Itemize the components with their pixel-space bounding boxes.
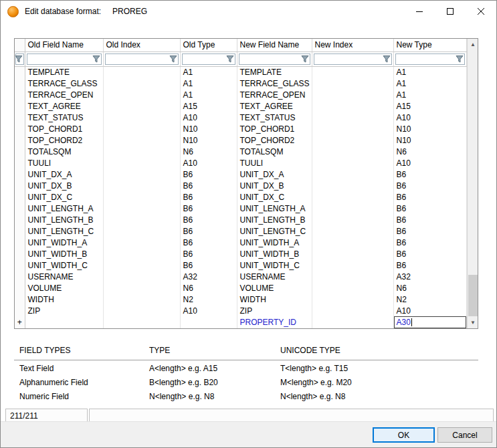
table-row[interactable]: TOP_CHORD2N10TOP_CHORD2N10 xyxy=(15,134,466,146)
row-header-cell[interactable] xyxy=(15,259,25,271)
cell-new-name[interactable]: UNIT_DX_C xyxy=(237,191,312,203)
cell-old-type[interactable]: A15 xyxy=(180,100,237,112)
cell-new-type[interactable]: N10 xyxy=(393,123,466,134)
vertical-scrollbar[interactable]: ▲ ▼ xyxy=(467,39,479,328)
cell-old-name[interactable]: TEXT_AGREE xyxy=(25,100,103,112)
row-header-cell[interactable] xyxy=(15,214,25,225)
cell-old-name[interactable]: ZIP xyxy=(25,305,103,316)
new-type-editbox[interactable]: A30 xyxy=(394,316,466,328)
cell-old-index[interactable] xyxy=(103,294,180,305)
row-header-cell[interactable] xyxy=(15,112,25,123)
cell-new-index[interactable] xyxy=(312,123,393,134)
close-button[interactable] xyxy=(466,1,496,22)
cell-old-index[interactable] xyxy=(103,180,180,191)
table-row[interactable]: UNIT_DX_BB6UNIT_DX_BB6 xyxy=(15,180,466,191)
column-header-new-index[interactable]: New Index xyxy=(312,39,393,51)
cell-new-type[interactable]: B6 xyxy=(393,191,466,203)
scroll-up-arrow[interactable]: ▲ xyxy=(468,39,479,50)
table-row[interactable]: UNIT_WIDTH_AB6UNIT_WIDTH_AB6 xyxy=(15,237,466,248)
row-header-cell[interactable] xyxy=(15,134,25,146)
cell-old-type[interactable]: A1 xyxy=(180,78,237,89)
cell-new-index[interactable] xyxy=(312,134,393,146)
column-header-new-field-name[interactable]: New Field Name xyxy=(237,39,312,51)
scroll-down-arrow[interactable]: ▼ xyxy=(468,317,479,328)
cell-new-name[interactable]: UNIT_LENGTH_C xyxy=(237,225,312,237)
cell-new-index[interactable] xyxy=(312,146,393,157)
cell-old-type[interactable]: A1 xyxy=(180,66,237,78)
table-row[interactable]: UNIT_LENGTH_AB6UNIT_LENGTH_AB6 xyxy=(15,203,466,214)
cell-new-name[interactable]: TOTALSQM xyxy=(237,146,312,157)
cell-new-index[interactable] xyxy=(312,66,393,78)
cell-new-name[interactable]: TERRACE_OPEN xyxy=(237,89,312,100)
cell-new-name[interactable]: TOP_CHORD1 xyxy=(237,123,312,134)
table-row[interactable]: USERNAMEA32USERNAMEA32 xyxy=(15,271,466,282)
cell-new-index[interactable] xyxy=(312,191,393,203)
cell-old-name[interactable]: UNIT_WIDTH_C xyxy=(25,259,103,271)
column-header-old-index[interactable]: Old Index xyxy=(103,39,180,51)
cell-old-index[interactable] xyxy=(103,259,180,271)
cell-old-index[interactable] xyxy=(103,316,180,328)
scrollbar-thumb[interactable] xyxy=(468,275,478,316)
table-row[interactable]: UNIT_LENGTH_CB6UNIT_LENGTH_CB6 xyxy=(15,225,466,237)
table-row[interactable]: TERRACE_GLASSA1TERRACE_GLASSA1 xyxy=(15,78,466,89)
cell-old-index[interactable] xyxy=(103,89,180,100)
cell-new-type[interactable]: N2 xyxy=(393,294,466,305)
cell-new-type[interactable]: A1 xyxy=(393,78,466,89)
cell-new-type[interactable]: B6 xyxy=(393,225,466,237)
filter-input-new-type[interactable] xyxy=(395,53,465,65)
cell-old-name[interactable]: UNIT_DX_B xyxy=(25,180,103,191)
row-header-cell[interactable] xyxy=(15,100,25,112)
cell-new-name[interactable]: UNIT_WIDTH_C xyxy=(237,259,312,271)
row-header-cell[interactable] xyxy=(15,305,25,316)
maximize-button[interactable] xyxy=(435,1,466,22)
cell-new-type[interactable]: A15 xyxy=(393,100,466,112)
cell-new-type[interactable]: N10 xyxy=(393,134,466,146)
cell-new-type[interactable]: A1 xyxy=(393,89,466,100)
cell-new-name[interactable]: UNIT_WIDTH_A xyxy=(237,237,312,248)
cell-new-type[interactable]: B6 xyxy=(393,259,466,271)
cell-old-name[interactable]: UNIT_WIDTH_B xyxy=(25,248,103,259)
cell-new-name[interactable]: TOP_CHORD2 xyxy=(237,134,312,146)
table-row[interactable]: UNIT_WIDTH_BB6UNIT_WIDTH_BB6 xyxy=(15,248,466,259)
cell-old-index[interactable] xyxy=(103,66,180,78)
cell-new-index[interactable] xyxy=(312,112,393,123)
ok-button[interactable]: OK xyxy=(373,427,435,443)
cell-new-type[interactable]: B6 xyxy=(393,169,466,180)
cell-new-index[interactable] xyxy=(312,294,393,305)
cell-old-type[interactable]: B6 xyxy=(180,203,237,214)
cell-old-index[interactable] xyxy=(103,271,180,282)
row-header-cell[interactable] xyxy=(15,180,25,191)
cell-old-index[interactable] xyxy=(103,146,180,157)
cell-old-type[interactable]: B6 xyxy=(180,169,237,180)
cell-new-index[interactable] xyxy=(312,89,393,100)
cell-new-index[interactable] xyxy=(312,100,393,112)
cell-new-index[interactable] xyxy=(312,180,393,191)
cell-new-type[interactable]: A1 xyxy=(393,66,466,78)
cell-old-type[interactable]: N6 xyxy=(180,146,237,157)
cell-new-name[interactable]: TEXT_AGREE xyxy=(237,100,312,112)
cell-new-index[interactable] xyxy=(312,78,393,89)
cell-new-type[interactable]: B6 xyxy=(393,214,466,225)
cell-new-index[interactable] xyxy=(312,225,393,237)
row-header-cell[interactable] xyxy=(15,225,25,237)
cell-new-index[interactable] xyxy=(312,203,393,214)
table-row[interactable]: TEXT_AGREEA15TEXT_AGREEA15 xyxy=(15,100,466,112)
new-field-row[interactable]: +PROPERTY_IDA30 xyxy=(15,316,466,328)
cell-old-name[interactable]: TUULI xyxy=(25,157,103,169)
table-row[interactable]: UNIT_DX_CB6UNIT_DX_CB6 xyxy=(15,191,466,203)
table-row[interactable]: ZIPA10ZIPA10 xyxy=(15,305,466,316)
row-header-filter-box[interactable] xyxy=(15,53,24,65)
row-header-cell[interactable] xyxy=(15,89,25,100)
cell-new-type[interactable]: B6 xyxy=(393,248,466,259)
cell-new-name[interactable]: ZIP xyxy=(237,305,312,316)
cell-new-type[interactable]: A10 xyxy=(393,157,466,169)
cell-old-name[interactable]: TOP_CHORD2 xyxy=(25,134,103,146)
cell-old-type[interactable]: N2 xyxy=(180,294,237,305)
cell-new-index[interactable] xyxy=(312,316,393,328)
row-header-cell[interactable] xyxy=(15,237,25,248)
cell-old-name[interactable]: VOLUME xyxy=(25,282,103,294)
cell-old-name[interactable]: UNIT_LENGTH_A xyxy=(25,203,103,214)
cell-old-type[interactable]: B6 xyxy=(180,225,237,237)
cell-old-index[interactable] xyxy=(103,282,180,294)
cell-new-type[interactable]: A10 xyxy=(393,305,466,316)
